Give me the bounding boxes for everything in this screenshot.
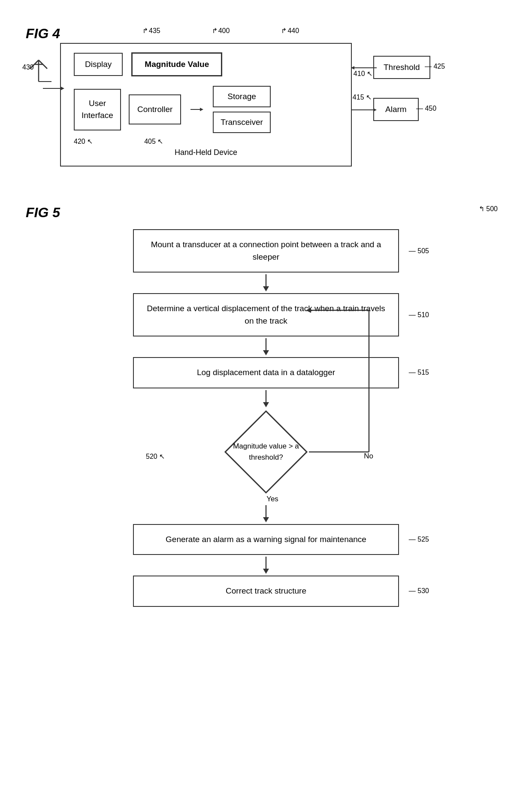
ref-525: — 525 [409,536,429,543]
diamond-text: Magnitude value > a threshold? [223,441,309,463]
transceiver-box: Transceiver [213,112,271,133]
svg-marker-16 [263,350,269,355]
svg-marker-12 [61,87,64,90]
step-520-container: Magnitude value > a threshold? 520 ↖ No … [133,409,399,503]
step-510-box: Determine a vertical displacement of the… [133,293,399,336]
display-box: Display [74,53,123,76]
svg-marker-27 [263,569,269,574]
magnitude-value-box: Magnitude Value [131,52,222,76]
step-515-box: Log displacement data in a datalogger [133,357,399,388]
ref-500: ↰ 500 [479,205,498,213]
alarm-box: Alarm [373,98,419,121]
svg-marker-10 [373,108,377,112]
step-505-container: Mount a transducer at a connection point… [133,229,399,273]
ref-400: ↱400 [212,27,230,35]
top-refs: ↱435 ↱400 ↱440 [142,27,299,35]
ref-415-label: 415 ↖ [353,93,372,101]
storage-transceiver-col: Storage Transceiver [213,86,271,133]
ref-450: — 450 [416,105,436,112]
step-510-container: Determine a vertical displacement of the… [133,293,399,336]
step-525-box: Generate an alarm as a warning signal fo… [133,524,399,555]
ref-425: — 425 [425,63,445,70]
threshold-box: Threshold [373,56,430,79]
fig4-section: FIG 4 430 ↱435 ↱400 [26,26,506,42]
bottom-refs: 420 ↖ 405 ↖ [74,137,342,145]
user-interface-box: User Interface [74,89,121,130]
flowchart: Mount a transducer at a connection point… [26,229,506,607]
controller-box: Controller [129,94,181,124]
storage-box: Storage [213,86,271,107]
step-515-container: Log displacement data in a datalogger — … [133,357,399,388]
handheld-device-label: Hand-Held Device [70,148,342,157]
arrow-515-520 [260,390,272,407]
display-row: Display Magnitude Value [74,52,342,76]
step-505-box: Mount a transducer at a connection point… [133,229,399,273]
antenna-icon [26,56,51,88]
ref-515: — 515 [409,369,429,376]
step-525-container: Generate an alarm as a warning signal fo… [133,524,399,555]
step-530-container: Correct track structure — 530 [133,576,399,607]
middle-row: User Interface Controller Storage Transc… [74,86,342,133]
arrow-520-525 [260,505,272,522]
step-530-box: Correct track structure [133,576,399,607]
ref-440: ↱440 [281,27,299,35]
arrow-ctrl-storage [190,105,203,114]
ref-420: 420 ↖ [74,137,93,145]
arrow-525-530 [260,557,272,574]
fig5-section: FIG 5 ↰ 500 Mount a transducer at a conn… [26,205,506,607]
ref-530: — 530 [409,587,429,595]
svg-marker-14 [263,286,269,291]
fig5-label: FIG 5 [26,205,506,221]
ref-510: — 510 [409,311,429,319]
page: FIG 4 430 ↱435 ↱400 [0,0,532,797]
handheld-box: ↱435 ↱400 ↱440 Display Magnitude Value U… [60,43,352,167]
svg-marker-8 [351,66,354,70]
svg-marker-6 [200,108,203,111]
svg-marker-25 [263,517,269,522]
ref-435: ↱435 [142,27,160,35]
arrow-threshold [351,64,377,74]
arrow-transceiver-alarm [351,106,377,116]
ref-430: 430 [22,64,34,71]
arrow-505-510 [260,274,272,291]
arrow-510-515 [260,338,272,355]
ref-405: 405 ↖ [144,137,163,145]
ref-505: — 505 [409,247,429,255]
svg-marker-18 [263,402,269,407]
arrow-antenna-box [43,84,64,94]
